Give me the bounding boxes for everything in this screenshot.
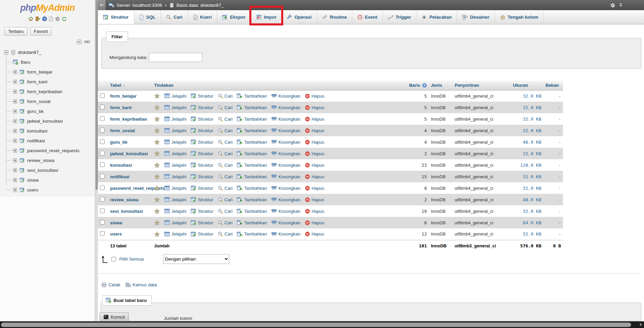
action-struktur[interactable]: Struktur — [191, 94, 213, 99]
action-tambahkan[interactable]: Tambahkan — [237, 174, 267, 179]
action-cari[interactable]: Cari — [218, 105, 233, 110]
check-all-link[interactable]: Pilih Semua — [119, 257, 144, 262]
action-cari[interactable]: Cari — [218, 151, 233, 156]
action-hapus[interactable]: Hapus — [305, 186, 325, 191]
action-hapus[interactable]: Hapus — [305, 128, 325, 133]
action-hapus[interactable]: Hapus — [305, 220, 325, 225]
tab-routine[interactable]: Routine — [317, 10, 352, 24]
action-jelajahi[interactable]: Jelajahi — [164, 163, 186, 168]
action-struktur[interactable]: Struktur — [191, 140, 213, 145]
favorite-star-icon[interactable] — [154, 105, 160, 110]
tree-database[interactable]: diskdan67_ — [4, 47, 94, 57]
collapse-node-icon[interactable] — [4, 50, 8, 55]
tab-ekspor[interactable]: Ekspor — [217, 10, 251, 24]
favorite-star-icon[interactable] — [154, 231, 160, 237]
row-checkbox[interactable] — [100, 197, 105, 202]
tab-cari[interactable]: Cari — [161, 10, 188, 24]
expand-node-icon[interactable] — [13, 178, 17, 182]
table-name-link[interactable]: users — [110, 231, 122, 237]
action-kosongkan[interactable]: Kosongkan — [271, 186, 300, 191]
action-jelajahi[interactable]: Jelajahi — [164, 174, 186, 179]
tree-table-form-kepribadian[interactable]: form_kepribadian — [4, 87, 94, 97]
action-kosongkan[interactable]: Kosongkan — [271, 105, 300, 110]
tree-table-review-siswa[interactable]: review_siswa — [4, 156, 94, 165]
action-hapus[interactable]: Hapus — [305, 209, 325, 214]
action-hapus[interactable]: Hapus — [305, 197, 325, 202]
favorite-star-icon[interactable] — [154, 208, 160, 214]
table-name-link[interactable]: form_karir — [110, 105, 132, 110]
nav-scrollbar[interactable] — [95, 0, 98, 328]
action-jelajahi[interactable]: Jelajahi — [164, 220, 186, 225]
settings-icon[interactable] — [55, 16, 60, 21]
action-jelajahi[interactable]: Jelajahi — [164, 231, 186, 237]
horizontal-scrollbar[interactable] — [0, 321, 644, 328]
table-name-link[interactable]: konsultasi — [110, 163, 132, 168]
action-jelajahi[interactable]: Jelajahi — [164, 151, 186, 156]
tab-pelacakan[interactable]: Pelacakan — [416, 10, 457, 24]
action-jelajahi[interactable]: Jelajahi — [164, 197, 186, 202]
action-kosongkan[interactable]: Kosongkan — [271, 117, 300, 122]
action-kosongkan[interactable]: Kosongkan — [271, 220, 300, 225]
action-kosongkan[interactable]: Kosongkan — [271, 197, 300, 202]
row-checkbox[interactable] — [100, 174, 105, 179]
tree-table-form-sosial[interactable]: form_sosial — [4, 97, 94, 106]
action-hapus[interactable]: Hapus — [305, 174, 325, 179]
tab-struktur[interactable]: Struktur — [98, 10, 134, 24]
nav-scrollbar-thumb[interactable] — [96, 0, 98, 190]
tree-table-siswa[interactable]: siswa — [4, 175, 94, 185]
docs-icon[interactable] — [49, 16, 53, 21]
table-name-link[interactable]: form_belajar — [110, 94, 137, 99]
action-hapus[interactable]: Hapus — [305, 94, 325, 99]
action-tambahkan[interactable]: Tambahkan — [237, 197, 267, 202]
action-jelajahi[interactable]: Jelajahi — [164, 117, 186, 122]
action-hapus[interactable]: Hapus — [305, 151, 325, 156]
tree-table-sesi-konsultasi[interactable]: sesi_konsultasi — [4, 165, 94, 175]
favorite-star-icon[interactable] — [154, 116, 160, 122]
tab-event[interactable]: Event — [352, 10, 383, 24]
tree-table-users[interactable]: users — [4, 185, 94, 195]
row-checkbox[interactable] — [100, 128, 105, 132]
favorite-tables-button[interactable]: Favorit — [30, 27, 51, 36]
expand-node-icon[interactable] — [13, 139, 17, 143]
data-dictionary-link[interactable]: Kamus data — [125, 282, 157, 287]
action-struktur[interactable]: Struktur — [191, 186, 213, 191]
help-icon[interactable]: ? — [42, 16, 47, 21]
action-cari[interactable]: Cari — [218, 94, 233, 99]
with-selected-select[interactable]: Dengan pilihan: — [163, 254, 229, 264]
action-struktur[interactable]: Struktur — [191, 105, 213, 110]
phpmyadmin-logo[interactable]: phpMyAdmin — [0, 0, 95, 13]
row-checkbox[interactable] — [100, 220, 105, 225]
action-hapus[interactable]: Hapus — [305, 117, 325, 122]
action-jelajahi[interactable]: Jelajahi — [164, 186, 186, 191]
home-icon[interactable] — [28, 16, 34, 21]
action-kosongkan[interactable]: Kosongkan — [271, 128, 300, 133]
action-kosongkan[interactable]: Kosongkan — [271, 151, 300, 156]
row-checkbox[interactable] — [100, 231, 105, 236]
action-tambahkan[interactable]: Tambahkan — [237, 209, 267, 214]
table-name-link[interactable]: form_sosial — [110, 128, 135, 133]
action-tambahkan[interactable]: Tambahkan — [237, 117, 267, 122]
table-name-link[interactable]: jadwal_konsultasi — [110, 151, 148, 156]
tab-operasi[interactable]: Operasi — [282, 10, 317, 24]
table-name-link[interactable]: review_siswa — [110, 197, 138, 202]
tree-table-notifikasi[interactable]: notifikasi — [4, 136, 94, 146]
expand-node-icon[interactable] — [13, 109, 17, 114]
action-struktur[interactable]: Struktur — [191, 163, 213, 168]
expand-node-icon[interactable] — [13, 168, 17, 172]
collapse-topbar-icon[interactable] — [619, 3, 623, 7]
table-name-link[interactable]: form_kepribadian — [110, 117, 147, 122]
action-hapus[interactable]: Hapus — [305, 140, 325, 145]
rows-help-icon[interactable]: ? — [422, 83, 427, 88]
tab-kueri[interactable]: Kueri — [188, 10, 217, 24]
action-struktur[interactable]: Struktur — [191, 151, 213, 156]
expand-node-icon[interactable] — [13, 80, 17, 84]
expand-node-icon[interactable] — [13, 158, 17, 163]
tab-tengah-kolom[interactable]: Tengah kolom — [495, 10, 544, 24]
action-cari[interactable]: Cari — [218, 231, 233, 237]
action-kosongkan[interactable]: Kosongkan — [271, 174, 300, 179]
action-kosongkan[interactable]: Kosongkan — [271, 140, 300, 145]
action-jelajahi[interactable]: Jelajahi — [164, 105, 186, 110]
row-checkbox[interactable] — [100, 151, 105, 156]
table-name-link[interactable]: sesi_konsultasi — [110, 209, 143, 214]
refresh-icon[interactable] — [62, 16, 67, 21]
